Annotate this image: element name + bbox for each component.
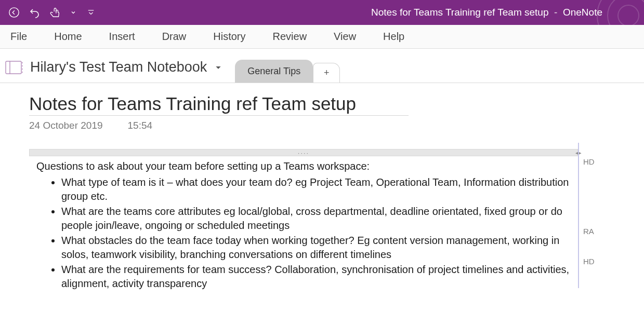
tab-home[interactable]: Home — [51, 26, 85, 47]
svg-point-4 — [618, 5, 639, 26]
title-bar: Notes for Teams Training ref Team setup … — [0, 0, 644, 25]
tab-help[interactable]: Help — [380, 26, 408, 47]
tab-review[interactable]: Review — [270, 26, 310, 47]
note-body[interactable]: Questions to ask about your team before … — [29, 156, 578, 294]
bullet-list[interactable]: What type of team is it – what does your… — [36, 175, 573, 291]
author-tag: HD — [583, 157, 595, 166]
plus-icon: + — [324, 67, 330, 78]
tab-history[interactable]: History — [210, 26, 248, 47]
notebook-name: Hilary's Test Team Notebook — [30, 59, 207, 75]
list-item[interactable]: What obstacles do the team face today wh… — [61, 234, 573, 262]
tab-insert[interactable]: Insert — [106, 26, 138, 47]
tab-view[interactable]: View — [331, 26, 359, 47]
author-edit-line — [578, 143, 579, 288]
drag-dots-icon: ···· — [298, 149, 309, 157]
page-time[interactable]: 15:54 — [128, 120, 153, 131]
section-tab-label: General Tips — [247, 66, 300, 77]
tab-file[interactable]: File — [7, 26, 30, 47]
touch-mode-icon[interactable] — [49, 6, 62, 19]
ribbon-tabs: File Home Insert Draw History Review Vie… — [0, 25, 644, 49]
notebook-selector[interactable]: Hilary's Test Team Notebook — [5, 59, 222, 83]
svg-rect-5 — [6, 61, 21, 74]
intro-line[interactable]: Questions to ask about your team before … — [36, 159, 573, 173]
section-tab-general-tips[interactable]: General Tips — [235, 60, 313, 83]
quick-access-toolbar — [0, 6, 98, 19]
page-canvas[interactable]: Notes for Teams Training ref Team setup … — [0, 83, 644, 294]
list-item[interactable]: What type of team is it – what does your… — [61, 175, 573, 203]
svg-point-2 — [597, 0, 644, 47]
notebook-icon — [5, 61, 23, 74]
author-tag: HD — [583, 257, 595, 266]
section-tabs: General Tips + — [235, 49, 340, 83]
back-icon[interactable] — [7, 6, 21, 19]
note-container-row: ···· ◂▸ Questions to ask about your team… — [29, 149, 623, 294]
title-bar-decoration — [592, 0, 644, 52]
page-meta: 24 October 2019 15:54 — [29, 120, 623, 131]
dropdown-caret-icon — [214, 63, 222, 72]
author-tag: RA — [583, 227, 594, 236]
chevron-down-icon[interactable] — [70, 6, 77, 19]
document-title: Notes for Teams Training ref Team setup — [371, 7, 548, 18]
notebook-bar: Hilary's Test Team Notebook General Tips… — [0, 49, 644, 83]
svg-point-0 — [9, 8, 19, 17]
undo-icon[interactable] — [28, 6, 42, 19]
page-date[interactable]: 24 October 2019 — [29, 120, 103, 131]
qat-customize-icon[interactable] — [84, 6, 98, 19]
container-drag-handle[interactable]: ···· ◂▸ — [29, 149, 578, 156]
list-item[interactable]: What are the teams core attributes eg lo… — [61, 205, 573, 233]
add-section-button[interactable]: + — [313, 63, 340, 83]
window-title: Notes for Teams Training ref Team setup … — [371, 7, 602, 18]
title-separator: - — [551, 7, 563, 18]
tab-draw[interactable]: Draw — [159, 26, 190, 47]
list-item[interactable]: What are the requirements for team succe… — [61, 263, 573, 291]
page-title[interactable]: Notes for Teams Training ref Team setup — [29, 93, 409, 116]
note-container[interactable]: ···· ◂▸ Questions to ask about your team… — [29, 149, 578, 294]
